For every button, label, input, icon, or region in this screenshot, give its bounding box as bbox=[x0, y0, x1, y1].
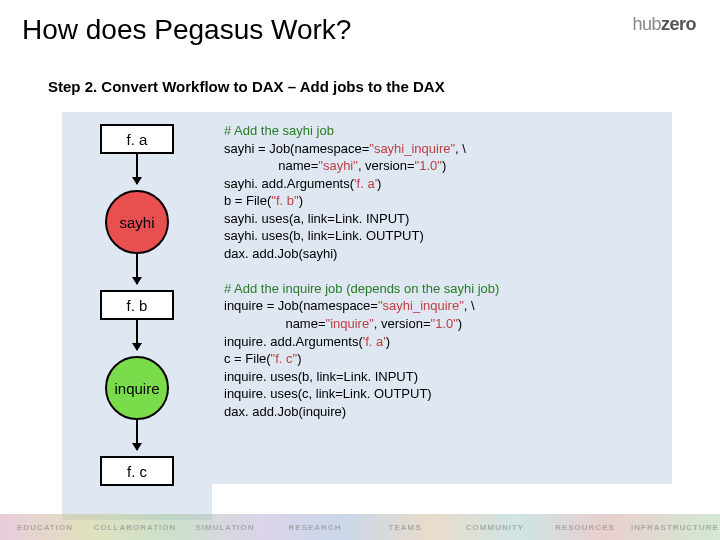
code-line: inquire = Job(namespace= bbox=[224, 298, 378, 313]
code-string: "sayhi" bbox=[318, 158, 358, 173]
code-line: c = File( bbox=[224, 351, 271, 366]
code-line: , version= bbox=[374, 316, 431, 331]
footer-item: RESEARCH bbox=[270, 523, 360, 532]
code-comment: # Add the sayhi job bbox=[224, 123, 334, 138]
code-string: "sayhi_inquire" bbox=[369, 141, 455, 156]
footer-item: EDUCATION bbox=[0, 523, 90, 532]
code-string: "sayhi_inquire" bbox=[378, 298, 464, 313]
hubzero-logo: hubzero bbox=[632, 14, 696, 35]
file-node-fb: f. b bbox=[100, 290, 174, 320]
page-title: How does Pegasus Work? bbox=[22, 14, 351, 46]
code-line: sayhi = Job(namespace= bbox=[224, 141, 369, 156]
logo-suffix: zero bbox=[661, 14, 696, 34]
footer-item: INFRASTRUCTURE bbox=[630, 523, 720, 532]
arrow-icon bbox=[136, 254, 138, 284]
job-node-inquire: inquire bbox=[105, 356, 169, 420]
code-line: inquire. uses(c, link=Link. OUTPUT) bbox=[224, 386, 432, 401]
footer-strip: EDUCATION COLLABORATION SIMULATION RESEA… bbox=[0, 514, 720, 540]
arrow-icon bbox=[136, 320, 138, 350]
footer-item: TEAMS bbox=[360, 523, 450, 532]
footer-item: RESOURCES bbox=[540, 523, 630, 532]
code-line: name= bbox=[224, 158, 318, 173]
code-line: inquire. uses(b, link=Link. INPUT) bbox=[224, 369, 418, 384]
code-string: "f. c" bbox=[271, 351, 298, 366]
file-node-fc: f. c bbox=[100, 456, 174, 486]
file-node-fa: f. a bbox=[100, 124, 174, 154]
step-heading: Step 2. Convert Workflow to DAX – Add jo… bbox=[48, 78, 445, 95]
footer-item: SIMULATION bbox=[180, 523, 270, 532]
code-line: sayhi. uses(b, link=Link. OUTPUT) bbox=[224, 228, 424, 243]
job-node-sayhi: sayhi bbox=[105, 190, 169, 254]
code-string: "inquire" bbox=[326, 316, 374, 331]
code-line: ) bbox=[442, 158, 446, 173]
code-line: dax. add.Job(sayhi) bbox=[224, 246, 337, 261]
code-line: b = File( bbox=[224, 193, 271, 208]
code-line: sayhi. uses(a, link=Link. INPUT) bbox=[224, 211, 409, 226]
workflow-diagram: f. a sayhi f. b inquire f. c bbox=[62, 112, 212, 520]
code-line: ) bbox=[377, 176, 381, 191]
code-line: , version= bbox=[358, 158, 415, 173]
code-comment: # Add the inquire job (depends on the sa… bbox=[224, 281, 499, 296]
code-line: dax. add.Job(inquire) bbox=[224, 404, 346, 419]
code-line: , \ bbox=[455, 141, 466, 156]
footer-item: COMMUNITY bbox=[450, 523, 540, 532]
footer-item: COLLABORATION bbox=[90, 523, 180, 532]
code-string: "1.0" bbox=[415, 158, 442, 173]
code-line: inquire. add.Arguments( bbox=[224, 334, 363, 349]
code-line: ) bbox=[386, 334, 390, 349]
code-line: name= bbox=[224, 316, 326, 331]
code-string: "f. b" bbox=[271, 193, 298, 208]
logo-prefix: hub bbox=[632, 14, 661, 34]
code-line: ) bbox=[458, 316, 462, 331]
code-string: "1.0" bbox=[431, 316, 458, 331]
code-line: sayhi. add.Arguments( bbox=[224, 176, 354, 191]
code-string: 'f. a' bbox=[354, 176, 377, 191]
code-block: # Add the sayhi job sayhi = Job(namespac… bbox=[212, 112, 672, 484]
arrow-icon bbox=[136, 420, 138, 450]
code-string: 'f. a' bbox=[363, 334, 386, 349]
code-line: ) bbox=[297, 351, 301, 366]
code-line: ) bbox=[299, 193, 303, 208]
code-line: , \ bbox=[464, 298, 475, 313]
arrow-icon bbox=[136, 154, 138, 184]
